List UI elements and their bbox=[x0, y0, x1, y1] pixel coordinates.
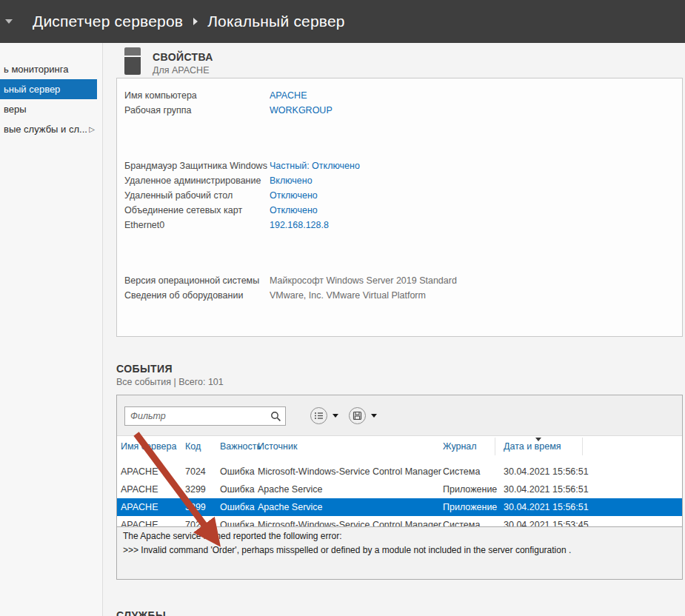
event-detail-pane: The Apache service named reported the fo… bbox=[117, 526, 682, 579]
server-manager-window: Диспетчер серверов Локальный сервер ь мо… bbox=[0, 0, 685, 616]
cell-severity: Ошибка bbox=[220, 520, 255, 526]
column-header-datetime[interactable]: Дата и время bbox=[504, 441, 561, 452]
property-label: Удаленное администрирование bbox=[124, 173, 270, 188]
save-menu-button[interactable] bbox=[349, 407, 377, 424]
cell-datetime: 30.04.2021 15:56:51 bbox=[504, 484, 589, 495]
cell-log: Система bbox=[443, 466, 480, 477]
sidebar-item-dashboard[interactable]: ь мониторинга bbox=[0, 59, 102, 79]
cell-server: APACHE bbox=[121, 520, 158, 526]
breadcrumb-separator-icon bbox=[193, 18, 198, 25]
firewall-link[interactable]: Частный: Отключено bbox=[270, 158, 360, 173]
column-header-log[interactable]: Журнал bbox=[443, 441, 477, 452]
cell-server: APACHE bbox=[121, 484, 158, 495]
event-detail-line: >>> Invalid command 'Order', perhaps mis… bbox=[123, 543, 676, 558]
column-header-code[interactable]: Код bbox=[185, 441, 201, 452]
property-row: Ethernet0 192.168.128.8 bbox=[124, 218, 675, 232]
computer-name-link[interactable]: APACHE bbox=[270, 88, 307, 103]
sidebar-item-label: веры bbox=[4, 104, 27, 115]
sidebar-item-all-servers[interactable]: веры bbox=[0, 99, 102, 119]
remote-management-link[interactable]: Включено bbox=[270, 173, 313, 188]
events-section-subtitle: Все события | Всего: 101 bbox=[116, 377, 224, 387]
cell-severity: Ошибка bbox=[220, 484, 255, 495]
property-label: Версия операционной системы bbox=[124, 273, 270, 288]
task-list-icon bbox=[310, 407, 327, 424]
cell-log: Приложение bbox=[443, 484, 497, 495]
property-label: Объединение сетевых карт bbox=[124, 203, 270, 218]
cell-code: 3299 bbox=[185, 502, 206, 512]
property-row: Удаленный рабочий стол Отключено bbox=[124, 188, 675, 203]
back-chevron-icon[interactable] bbox=[5, 19, 21, 24]
sidebar-item-local-server[interactable]: ьный сервер bbox=[0, 79, 97, 99]
column-header-severity[interactable]: Важность bbox=[220, 441, 261, 452]
property-label: Рабочая группа bbox=[124, 103, 270, 118]
properties-section-subtitle: Для APACHE bbox=[153, 65, 209, 76]
events-toolbar bbox=[117, 395, 682, 436]
column-header-source[interactable]: Источник bbox=[258, 441, 297, 452]
table-row[interactable]: APACHE 3299 Ошибка Apache Service Прилож… bbox=[117, 481, 682, 498]
sort-descending-icon bbox=[535, 438, 541, 441]
remote-desktop-link[interactable]: Отключено bbox=[270, 188, 318, 203]
chevron-down-icon bbox=[371, 414, 377, 418]
os-version-value: Майкрософт Windows Server 2019 Standard bbox=[270, 273, 457, 288]
column-header-server-name[interactable]: Имя сервера bbox=[121, 441, 176, 452]
cell-severity: Ошибка bbox=[220, 466, 255, 477]
chevron-down-icon bbox=[333, 414, 338, 418]
tasks-menu-button[interactable] bbox=[310, 407, 338, 424]
workgroup-link[interactable]: WORKGROUP bbox=[270, 103, 333, 118]
sidebar-item-file-services[interactable]: вые службы и сл... ▷ bbox=[0, 119, 102, 139]
cell-log: Система bbox=[443, 520, 480, 526]
cell-datetime: 30.04.2021 15:56:51 bbox=[504, 502, 589, 512]
table-row[interactable]: APACHE 7024 Ошибка Microsoft-Windows-Ser… bbox=[117, 463, 682, 481]
event-detail-line: The Apache service named reported the fo… bbox=[123, 529, 676, 543]
sidebar-item-label: ь мониторинга bbox=[4, 64, 68, 75]
properties-section-title: СВОЙСТВА bbox=[153, 51, 213, 63]
chevron-right-outline-icon[interactable]: ▷ bbox=[89, 125, 95, 133]
cell-datetime: 30.04.2021 15:53:45 bbox=[504, 520, 589, 526]
events-table-body: APACHE 7024 Ошибка Microsoft-Windows-Ser… bbox=[117, 458, 682, 526]
column-divider bbox=[495, 438, 495, 455]
breadcrumb-app-title[interactable]: Диспетчер серверов bbox=[33, 13, 183, 30]
services-section-title: СЛУЖБЫ bbox=[116, 609, 166, 616]
sidebar-item-label: вые службы и сл... bbox=[4, 124, 87, 135]
property-label: Имя компьютера bbox=[124, 88, 270, 103]
property-row: Брандмауэр Защитника Windows Частный: От… bbox=[124, 158, 675, 173]
filter-input[interactable] bbox=[125, 411, 266, 421]
property-row: Версия операционной системы Майкрософт W… bbox=[124, 273, 675, 288]
column-divider bbox=[582, 438, 583, 455]
title-bar: Диспетчер серверов Локальный сервер bbox=[0, 0, 685, 43]
events-panel: Имя сервера Код Важность Источник Журнал… bbox=[116, 395, 683, 580]
cell-server: APACHE bbox=[121, 466, 158, 477]
hardware-info-value: VMware, Inc. VMware Virtual Platform bbox=[270, 288, 426, 303]
sidebar-item-label: ьный сервер bbox=[4, 84, 60, 95]
server-icon bbox=[124, 47, 141, 75]
cell-code: 7024 bbox=[185, 466, 206, 477]
events-section-title: СОБЫТИЯ bbox=[116, 363, 173, 375]
cell-source: Microsoft-Windows-Service Control Manage… bbox=[258, 520, 441, 526]
nic-teaming-link[interactable]: Отключено bbox=[270, 203, 318, 218]
search-icon[interactable] bbox=[266, 411, 285, 422]
cell-datetime: 30.04.2021 15:56:51 bbox=[504, 466, 589, 477]
property-row: Удаленное администрирование Включено bbox=[124, 173, 675, 188]
property-label: Удаленный рабочий стол bbox=[124, 188, 270, 203]
property-row: Имя компьютера APACHE bbox=[124, 88, 675, 103]
cell-severity: Ошибка bbox=[220, 502, 255, 512]
cell-code: 3299 bbox=[185, 484, 206, 495]
cell-source: Microsoft-Windows-Service Control Manage… bbox=[258, 466, 441, 477]
table-row-selected[interactable]: APACHE 3299 Ошибка Apache Service Прилож… bbox=[117, 498, 682, 516]
breadcrumb-page-title: Локальный сервер bbox=[207, 13, 345, 30]
properties-panel: Имя компьютера APACHE Рабочая группа WOR… bbox=[116, 78, 683, 337]
property-label: Ethernet0 bbox=[124, 218, 270, 232]
table-row[interactable]: APACHE 7024 Ошибка Microsoft-Windows-Ser… bbox=[117, 516, 682, 526]
nav-sidebar: ь мониторинга ьный сервер веры вые служб… bbox=[0, 43, 103, 616]
cell-source: Apache Service bbox=[258, 502, 323, 512]
cell-code: 7024 bbox=[185, 520, 206, 526]
property-row: Рабочая группа WORKGROUP bbox=[124, 103, 675, 118]
events-table-header: Имя сервера Код Важность Источник Журнал… bbox=[117, 436, 682, 458]
save-icon bbox=[349, 407, 366, 424]
cell-source: Apache Service bbox=[258, 484, 323, 495]
property-label: Брандмауэр Защитника Windows bbox=[124, 158, 270, 173]
property-label: Сведения об оборудовании bbox=[124, 288, 270, 303]
ethernet-link[interactable]: 192.168.128.8 bbox=[270, 218, 329, 232]
filter-searchbox bbox=[124, 406, 286, 426]
cell-server: APACHE bbox=[121, 502, 158, 512]
